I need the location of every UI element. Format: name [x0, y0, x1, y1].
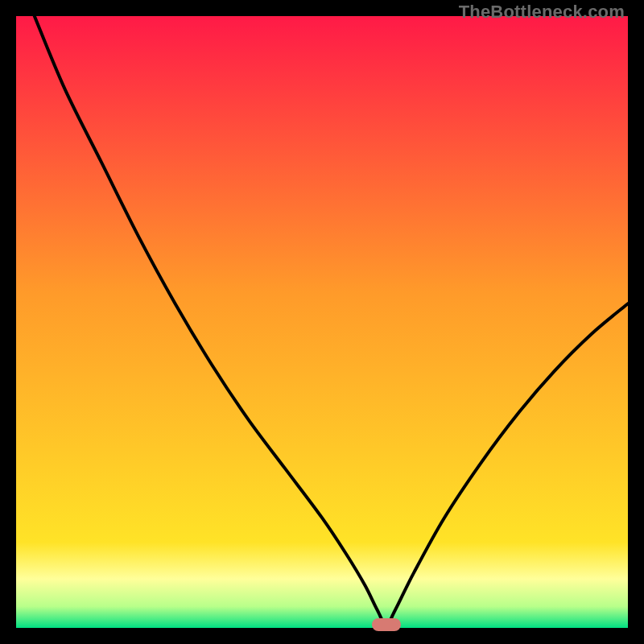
watermark-text: TheBottleneck.com — [459, 2, 625, 23]
bottleneck-chart — [16, 16, 628, 628]
optimal-marker — [372, 618, 401, 631]
chart-frame — [16, 16, 628, 628]
gradient-background — [16, 16, 628, 628]
